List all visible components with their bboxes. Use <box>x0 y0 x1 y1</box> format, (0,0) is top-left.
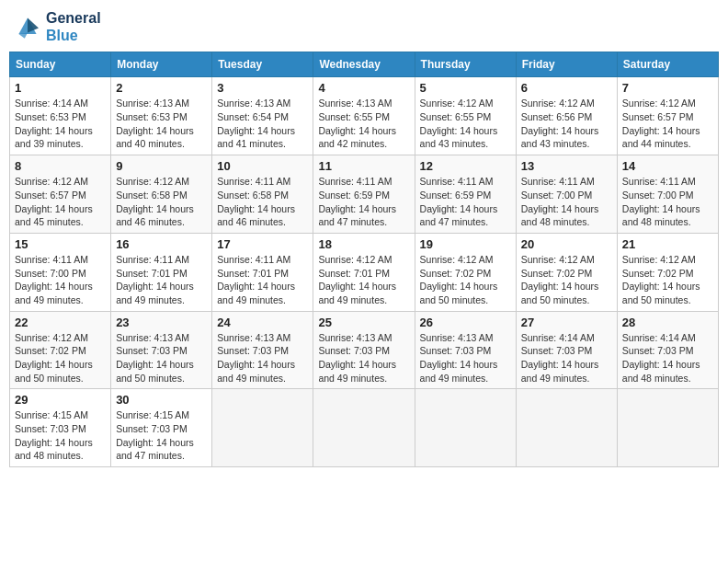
day-info: Sunrise: 4:15 AM Sunset: 7:03 PM Dayligh… <box>15 408 106 463</box>
empty-cell <box>516 389 617 467</box>
empty-cell <box>313 389 415 467</box>
day-info: Sunrise: 4:14 AM Sunset: 6:53 PM Dayligh… <box>15 97 106 151</box>
svg-marker-1 <box>28 18 39 33</box>
column-header-sunday: Sunday <box>10 52 111 77</box>
day-cell-22: 22Sunrise: 4:12 AM Sunset: 7:02 PM Dayli… <box>10 311 111 389</box>
day-cell-2: 2Sunrise: 4:13 AM Sunset: 6:53 PM Daylig… <box>111 77 212 155</box>
day-info: Sunrise: 4:11 AM Sunset: 6:58 PM Dayligh… <box>217 175 308 229</box>
day-cell-4: 4Sunrise: 4:13 AM Sunset: 6:55 PM Daylig… <box>313 77 415 155</box>
logo: General Blue <box>13 9 101 44</box>
day-info: Sunrise: 4:13 AM Sunset: 6:55 PM Dayligh… <box>318 97 409 151</box>
day-info: Sunrise: 4:12 AM Sunset: 7:01 PM Dayligh… <box>318 253 409 307</box>
day-info: Sunrise: 4:13 AM Sunset: 6:54 PM Dayligh… <box>217 97 308 151</box>
day-number: 10 <box>217 159 308 173</box>
day-cell-23: 23Sunrise: 4:13 AM Sunset: 7:03 PM Dayli… <box>111 311 212 389</box>
empty-cell <box>212 389 313 467</box>
day-cell-8: 8Sunrise: 4:12 AM Sunset: 6:57 PM Daylig… <box>10 155 111 234</box>
day-info: Sunrise: 4:11 AM Sunset: 7:00 PM Dayligh… <box>622 175 713 229</box>
day-cell-19: 19Sunrise: 4:12 AM Sunset: 7:02 PM Dayli… <box>415 233 516 311</box>
day-cell-29: 29Sunrise: 4:15 AM Sunset: 7:03 PM Dayli… <box>10 389 111 467</box>
day-number: 15 <box>15 237 106 251</box>
day-number: 13 <box>521 159 612 173</box>
day-info: Sunrise: 4:11 AM Sunset: 7:01 PM Dayligh… <box>217 253 308 307</box>
day-cell-7: 7Sunrise: 4:12 AM Sunset: 6:57 PM Daylig… <box>617 77 718 155</box>
day-cell-26: 26Sunrise: 4:13 AM Sunset: 7:03 PM Dayli… <box>415 311 516 389</box>
day-number: 23 <box>116 316 207 329</box>
column-header-friday: Friday <box>516 52 617 77</box>
day-cell-16: 16Sunrise: 4:11 AM Sunset: 7:01 PM Dayli… <box>111 233 212 311</box>
day-number: 24 <box>217 316 308 329</box>
day-number: 26 <box>420 316 511 329</box>
day-cell-21: 21Sunrise: 4:12 AM Sunset: 7:02 PM Dayli… <box>617 233 718 311</box>
column-header-saturday: Saturday <box>617 52 718 77</box>
day-number: 9 <box>116 159 207 173</box>
day-number: 20 <box>521 237 612 251</box>
day-info: Sunrise: 4:12 AM Sunset: 7:02 PM Dayligh… <box>521 253 612 307</box>
column-header-wednesday: Wednesday <box>313 52 415 77</box>
day-number: 16 <box>116 237 207 251</box>
day-info: Sunrise: 4:12 AM Sunset: 7:02 PM Dayligh… <box>420 253 511 307</box>
day-cell-17: 17Sunrise: 4:11 AM Sunset: 7:01 PM Dayli… <box>212 233 313 311</box>
day-info: Sunrise: 4:12 AM Sunset: 7:02 PM Dayligh… <box>622 253 713 307</box>
column-header-tuesday: Tuesday <box>212 52 313 77</box>
column-header-thursday: Thursday <box>415 52 516 77</box>
day-info: Sunrise: 4:13 AM Sunset: 7:03 PM Dayligh… <box>217 331 308 385</box>
day-cell-1: 1Sunrise: 4:14 AM Sunset: 6:53 PM Daylig… <box>10 77 111 155</box>
day-info: Sunrise: 4:12 AM Sunset: 6:58 PM Dayligh… <box>116 175 207 229</box>
day-info: Sunrise: 4:13 AM Sunset: 6:53 PM Dayligh… <box>116 97 207 151</box>
empty-cell <box>617 389 718 467</box>
day-info: Sunrise: 4:14 AM Sunset: 7:03 PM Dayligh… <box>521 331 612 385</box>
day-number: 4 <box>318 81 409 95</box>
day-number: 17 <box>217 237 308 251</box>
day-cell-12: 12Sunrise: 4:11 AM Sunset: 6:59 PM Dayli… <box>415 155 516 234</box>
day-info: Sunrise: 4:13 AM Sunset: 7:03 PM Dayligh… <box>116 331 207 385</box>
day-number: 21 <box>622 237 713 251</box>
day-number: 25 <box>318 316 409 329</box>
day-cell-9: 9Sunrise: 4:12 AM Sunset: 6:58 PM Daylig… <box>111 155 212 234</box>
day-cell-28: 28Sunrise: 4:14 AM Sunset: 7:03 PM Dayli… <box>617 311 718 389</box>
day-info: Sunrise: 4:13 AM Sunset: 7:03 PM Dayligh… <box>420 331 511 385</box>
day-info: Sunrise: 4:11 AM Sunset: 6:59 PM Dayligh… <box>420 175 511 229</box>
column-header-monday: Monday <box>111 52 212 77</box>
day-cell-13: 13Sunrise: 4:11 AM Sunset: 7:00 PM Dayli… <box>516 155 617 234</box>
day-cell-27: 27Sunrise: 4:14 AM Sunset: 7:03 PM Dayli… <box>516 311 617 389</box>
day-cell-5: 5Sunrise: 4:12 AM Sunset: 6:55 PM Daylig… <box>415 77 516 155</box>
day-cell-14: 14Sunrise: 4:11 AM Sunset: 7:00 PM Dayli… <box>617 155 718 234</box>
day-cell-11: 11Sunrise: 4:11 AM Sunset: 6:59 PM Dayli… <box>313 155 415 234</box>
day-number: 11 <box>318 159 409 173</box>
day-info: Sunrise: 4:15 AM Sunset: 7:03 PM Dayligh… <box>116 408 207 463</box>
calendar-table: SundayMondayTuesdayWednesdayThursdayFrid… <box>9 52 719 467</box>
day-cell-24: 24Sunrise: 4:13 AM Sunset: 7:03 PM Dayli… <box>212 311 313 389</box>
day-number: 18 <box>318 237 409 251</box>
logo-icon <box>13 12 42 41</box>
day-info: Sunrise: 4:11 AM Sunset: 7:01 PM Dayligh… <box>116 253 207 307</box>
day-info: Sunrise: 4:12 AM Sunset: 7:02 PM Dayligh… <box>15 331 106 385</box>
header: General Blue <box>9 9 719 44</box>
day-number: 12 <box>420 159 511 173</box>
day-number: 19 <box>420 237 511 251</box>
day-number: 1 <box>15 81 106 95</box>
day-cell-30: 30Sunrise: 4:15 AM Sunset: 7:03 PM Dayli… <box>111 389 212 467</box>
day-info: Sunrise: 4:11 AM Sunset: 6:59 PM Dayligh… <box>318 175 409 229</box>
day-number: 6 <box>521 81 612 95</box>
day-cell-20: 20Sunrise: 4:12 AM Sunset: 7:02 PM Dayli… <box>516 233 617 311</box>
day-cell-3: 3Sunrise: 4:13 AM Sunset: 6:54 PM Daylig… <box>212 77 313 155</box>
day-number: 2 <box>116 81 207 95</box>
day-info: Sunrise: 4:11 AM Sunset: 7:00 PM Dayligh… <box>521 175 612 229</box>
day-number: 8 <box>15 159 106 173</box>
day-number: 29 <box>15 393 106 407</box>
day-number: 30 <box>116 393 207 407</box>
day-info: Sunrise: 4:13 AM Sunset: 7:03 PM Dayligh… <box>318 331 409 385</box>
day-number: 28 <box>622 316 713 329</box>
day-number: 27 <box>521 316 612 329</box>
day-number: 14 <box>622 159 713 173</box>
day-cell-18: 18Sunrise: 4:12 AM Sunset: 7:01 PM Dayli… <box>313 233 415 311</box>
day-number: 5 <box>420 81 511 95</box>
day-cell-10: 10Sunrise: 4:11 AM Sunset: 6:58 PM Dayli… <box>212 155 313 234</box>
day-cell-25: 25Sunrise: 4:13 AM Sunset: 7:03 PM Dayli… <box>313 311 415 389</box>
logo-text: General Blue <box>46 9 101 44</box>
day-number: 22 <box>15 316 106 329</box>
day-info: Sunrise: 4:14 AM Sunset: 7:03 PM Dayligh… <box>622 331 713 385</box>
empty-cell <box>415 389 516 467</box>
day-number: 3 <box>217 81 308 95</box>
